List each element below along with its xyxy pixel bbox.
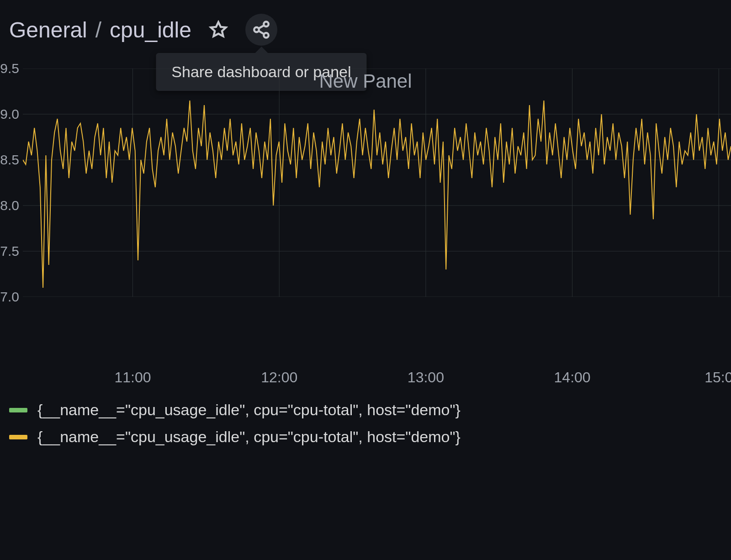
svg-point-2 xyxy=(264,33,269,38)
y-tick: 9.5 xyxy=(0,61,19,76)
x-axis: 11:0012:0013:0014:0015:0 xyxy=(23,361,731,388)
breadcrumb-bar: General / cpu_idle Share dashboard or pa… xyxy=(0,0,731,64)
breadcrumb-page: cpu_idle xyxy=(110,17,191,42)
svg-point-0 xyxy=(264,22,269,27)
legend-label: {__name__="cpu_usage_idle", cpu="cpu-tot… xyxy=(37,428,461,446)
legend-item-1[interactable]: {__name__="cpu_usage_idle", cpu="cpu-tot… xyxy=(9,428,722,446)
x-tick: 15:0 xyxy=(705,369,731,386)
y-tick: 8.0 xyxy=(0,198,19,213)
legend-label: {__name__="cpu_usage_idle", cpu="cpu-tot… xyxy=(37,401,461,419)
legend-swatch-green xyxy=(9,408,27,412)
legend-swatch-yellow xyxy=(9,435,27,439)
breadcrumb: General / cpu_idle xyxy=(9,17,191,42)
panel: New Panel 9.59.08.58.07.57.0 11:0012:001… xyxy=(0,69,731,446)
share-icon[interactable] xyxy=(245,14,277,46)
x-tick: 11:00 xyxy=(114,369,151,386)
x-tick: 14:00 xyxy=(554,369,591,386)
y-axis: 9.59.08.58.07.57.0 xyxy=(0,69,23,297)
y-tick: 9.0 xyxy=(0,106,19,122)
legend-item-0[interactable]: {__name__="cpu_usage_idle", cpu="cpu-tot… xyxy=(9,401,722,419)
y-tick: 7.5 xyxy=(0,243,19,259)
y-tick: 8.5 xyxy=(0,152,19,168)
x-tick: 12:00 xyxy=(261,369,297,386)
plot-area[interactable] xyxy=(23,69,731,297)
svg-line-4 xyxy=(259,31,264,34)
legend: {__name__="cpu_usage_idle", cpu="cpu-tot… xyxy=(9,401,722,446)
breadcrumb-separator: / xyxy=(95,17,101,42)
svg-line-3 xyxy=(259,25,264,28)
x-tick: 13:00 xyxy=(408,369,444,386)
chart[interactable]: 9.59.08.58.07.57.0 xyxy=(23,69,731,361)
breadcrumb-folder-link[interactable]: General xyxy=(9,17,87,42)
svg-point-1 xyxy=(254,27,259,32)
panel-title[interactable]: New Panel xyxy=(319,70,412,92)
star-icon[interactable] xyxy=(202,14,234,46)
y-tick: 7.0 xyxy=(0,289,19,305)
